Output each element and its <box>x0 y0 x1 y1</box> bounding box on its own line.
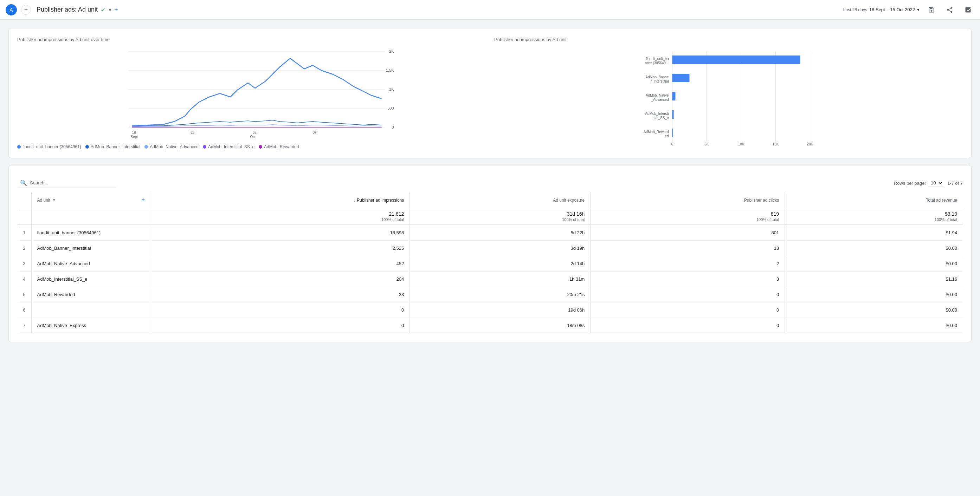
svg-text:Sept: Sept <box>131 135 138 139</box>
bar-admob-banner <box>673 74 690 82</box>
date-range-chevron-icon: ▾ <box>917 7 920 12</box>
svg-text:18: 18 <box>132 131 136 135</box>
new-tab-button[interactable]: + <box>21 5 31 15</box>
svg-text:0: 0 <box>391 125 394 129</box>
legend-dot <box>259 145 262 149</box>
explore-button[interactable] <box>962 3 974 16</box>
col-header-revenue[interactable]: Total ad revenue <box>785 192 963 208</box>
col-header-clicks[interactable]: Publisher ad clicks <box>590 192 785 208</box>
line-chart-container: 2K 1.5K 1K 500 0 18 Sept <box>17 48 486 140</box>
bar-admob-native <box>673 92 676 100</box>
row-ad-unit[interactable]: AdMob_Native_Advanced <box>31 256 151 271</box>
col-header-exposure[interactable]: Ad unit exposure <box>410 192 590 208</box>
table-header-row: Ad unit ▾ + ↓ Publisher ad impressions A… <box>17 192 963 208</box>
pagination-info: Rows per page: 10 25 50 1-7 of 7 <box>894 179 963 187</box>
table-row: 6 0 19d 06h 0 $0.00 <box>17 303 963 318</box>
add-column-button[interactable]: + <box>141 196 145 204</box>
add-view-icon[interactable]: + <box>114 6 118 13</box>
row-exposure: 2d 14h <box>410 256 590 271</box>
search-icon: 🔍 <box>20 179 27 186</box>
page-title-bar: Publisher ads: Ad unit ✓ ▾ + <box>37 6 118 14</box>
summary-clicks: 819 100% of total <box>590 208 785 225</box>
svg-text:AdMob_Banne: AdMob_Banne <box>645 75 669 79</box>
legend-dot <box>203 145 206 149</box>
summary-row: 21,812 100% of total 31d 16h 100% of tot… <box>17 208 963 225</box>
line-chart-title: Publisher ad impressions by Ad unit over… <box>17 37 486 42</box>
svg-text:09: 09 <box>313 131 317 135</box>
rows-per-page-select[interactable]: 10 25 50 <box>928 179 943 187</box>
svg-text:nner (305649...: nner (305649... <box>645 61 669 65</box>
chevron-down-icon[interactable]: ▾ <box>109 6 111 13</box>
row-revenue: $1.94 <box>785 225 963 241</box>
row-ad-unit[interactable]: AdMob_Native_Express <box>31 318 151 333</box>
row-exposure: 20m 21s <box>410 287 590 303</box>
row-ad-unit[interactable] <box>31 303 151 318</box>
row-num: 1 <box>17 225 31 241</box>
svg-text:0: 0 <box>671 142 673 146</box>
pagination-range: 1-7 of 7 <box>947 181 963 186</box>
legend-item-admob-interstitial: AdMob_Interstitial_SS_e <box>203 144 255 149</box>
row-exposure: 5d 22h <box>410 225 590 241</box>
bar-floodit <box>673 55 800 64</box>
search-input[interactable] <box>30 180 113 185</box>
col-label-clicks: Publisher ad clicks <box>744 198 779 203</box>
svg-text:_Advanced: _Advanced <box>651 98 668 101</box>
row-ad-unit[interactable]: floodit_unit_banner (30564961) <box>31 225 151 241</box>
svg-text:20K: 20K <box>807 142 813 146</box>
row-ad-unit[interactable]: AdMob_Rewarded <box>31 287 151 303</box>
table-row: 7 AdMob_Native_Express 0 18m 08s 0 $0.00 <box>17 318 963 333</box>
date-range-picker[interactable]: Last 28 days 18 Sept – 15 Oct 2022 ▾ <box>843 7 920 12</box>
row-clicks: 3 <box>590 271 785 287</box>
row-revenue: $1.16 <box>785 271 963 287</box>
share-button[interactable] <box>943 3 956 16</box>
table-row: 3 AdMob_Native_Advanced 452 2d 14h 2 $0.… <box>17 256 963 271</box>
legend-label: floodit_unit_banner (30564961) <box>22 144 81 149</box>
row-num: 5 <box>17 287 31 303</box>
legend-dot <box>17 145 21 149</box>
legend-label: AdMob_Native_Advanced <box>150 144 199 149</box>
col-header-num <box>17 192 31 208</box>
page-title: Publisher ads: Ad unit <box>37 6 98 13</box>
svg-text:tial_SS_e: tial_SS_e <box>654 116 669 120</box>
legend-dot <box>86 145 89 149</box>
svg-text:AdMob_Intersti: AdMob_Intersti <box>645 112 668 116</box>
search-box[interactable]: 🔍 <box>17 178 116 188</box>
charts-row: Publisher ad impressions by Ad unit over… <box>17 37 963 149</box>
row-ad-unit[interactable]: AdMob_Banner_Interstitial <box>31 241 151 256</box>
data-table: Ad unit ▾ + ↓ Publisher ad impressions A… <box>17 192 963 333</box>
svg-text:5K: 5K <box>705 142 709 146</box>
summary-ad-unit <box>31 208 151 225</box>
ad-unit-filter-icon[interactable]: ▾ <box>53 198 55 202</box>
svg-text:Oct: Oct <box>250 135 256 139</box>
row-clicks: 0 <box>590 318 785 333</box>
check-icon: ✓ <box>100 6 106 14</box>
line-chart-section: Publisher ad impressions by Ad unit over… <box>17 37 486 149</box>
row-revenue: $0.00 <box>785 287 963 303</box>
avatar[interactable]: A <box>6 4 17 16</box>
col-header-ad-unit[interactable]: Ad unit ▾ + <box>31 192 151 208</box>
row-num: 6 <box>17 303 31 318</box>
row-clicks: 2 <box>590 256 785 271</box>
row-impressions: 2,525 <box>151 241 410 256</box>
bar-chart-container: floodit_unit_ba nner (305649... AdMob_Ba… <box>494 48 963 147</box>
row-revenue: $0.00 <box>785 241 963 256</box>
legend-item-floodit: floodit_unit_banner (30564961) <box>17 144 81 149</box>
svg-text:25: 25 <box>191 131 195 135</box>
svg-text:ed: ed <box>665 134 668 138</box>
row-num: 3 <box>17 256 31 271</box>
svg-text:15K: 15K <box>773 142 779 146</box>
row-num: 7 <box>17 318 31 333</box>
row-ad-unit[interactable]: AdMob_Interstitial_SS_e <box>31 271 151 287</box>
row-clicks: 13 <box>590 241 785 256</box>
row-num: 4 <box>17 271 31 287</box>
svg-text:AdMob_Reward: AdMob_Reward <box>644 130 669 134</box>
svg-text:10K: 10K <box>738 142 745 146</box>
bar-admob-interstitial <box>673 110 674 119</box>
topbar-right: Last 28 days 18 Sept – 15 Oct 2022 ▾ <box>843 3 974 16</box>
row-impressions: 0 <box>151 318 410 333</box>
col-label-impressions: ↓ Publisher ad impressions <box>354 198 404 203</box>
legend-item-admob-rewarded: AdMob_Rewarded <box>259 144 299 149</box>
col-header-impressions[interactable]: ↓ Publisher ad impressions <box>151 192 410 208</box>
svg-text:AdMob_Native: AdMob_Native <box>646 93 669 97</box>
save-report-button[interactable] <box>925 3 938 16</box>
